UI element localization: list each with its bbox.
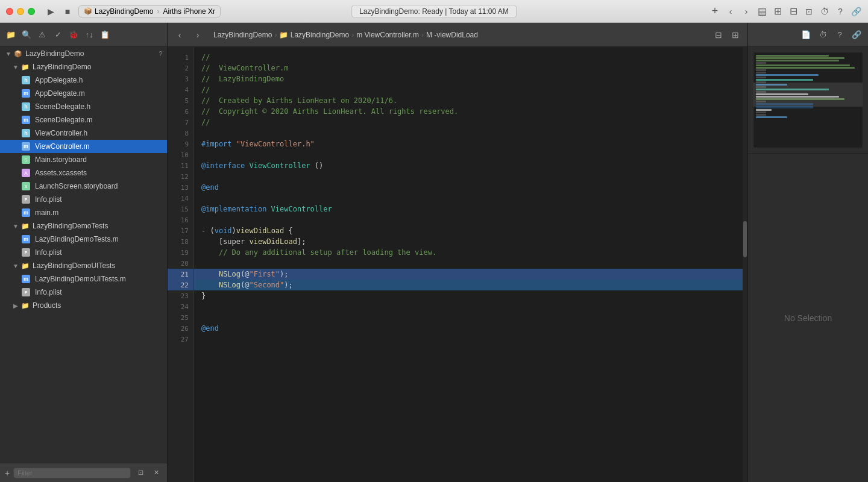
code-line-11: @interface ViewController () xyxy=(194,160,743,171)
code-line-6: // Copyright © 2020 Airths LionHeart. Al… xyxy=(194,106,743,117)
sidebar-test-btn[interactable]: ✓ xyxy=(52,29,64,41)
minimap xyxy=(748,47,868,154)
m-file-icon: m xyxy=(22,142,30,151)
filter-options-btn[interactable]: ⊡ xyxy=(134,467,146,479)
sidebar-folder-btn[interactable]: 📁 xyxy=(5,29,17,41)
sidebar-search-btn[interactable]: 🔍 xyxy=(20,29,33,41)
sidebar-item-lazybindingdemotests[interactable]: ▼ 📁 LazyBindingDemoTests xyxy=(0,219,167,233)
add-file-icon[interactable]: + xyxy=(5,468,10,478)
filter-toggle-btn[interactable]: ✕ xyxy=(150,467,162,479)
chevron-icon: ▼ xyxy=(12,262,19,269)
line-num-20: 20 xyxy=(168,258,193,269)
sidebar-item-lazybindingdemouitests[interactable]: ▼ 📁 LazyBindingDemoUITests xyxy=(0,259,167,272)
split-view-btn2[interactable]: ⊞ xyxy=(728,28,743,42)
plist-icon: P xyxy=(22,248,30,257)
sidebar-item-appdelegate-m[interactable]: m AppDelegate.m xyxy=(0,87,167,100)
bc-file[interactable]: m ViewController.m xyxy=(356,31,419,39)
editor-nav-back[interactable]: ‹ xyxy=(172,28,187,42)
sidebar-item-main-m[interactable]: m main.m xyxy=(0,206,167,219)
scheme-selector[interactable]: 📦 LazyBindingDemo › Airths iPhone Xr xyxy=(78,5,221,17)
sidebar-item-lazybindingdemo-group[interactable]: ▼ 📁 LazyBindingDemo xyxy=(0,60,167,74)
inspector-2-button[interactable]: ⏱ xyxy=(819,5,831,17)
layout-3-button[interactable]: ⊟ xyxy=(787,5,799,17)
editor-nav-fwd[interactable]: › xyxy=(190,28,205,42)
minimap-line xyxy=(756,55,829,57)
file-label: SceneDelegate.h xyxy=(35,102,90,111)
minimize-button[interactable] xyxy=(17,8,24,15)
sidebar-item-uitests-m[interactable]: m LazyBindingDemoUITests.m xyxy=(0,272,167,286)
sidebar-item-launch-storyboard[interactable]: S LaunchScreen.storyboard xyxy=(0,180,167,193)
inspector-3-button[interactable]: ? xyxy=(834,5,846,17)
right-panel: 📄 ⏱ ? 🔗 xyxy=(747,23,868,482)
layout-2-button[interactable]: ⊞ xyxy=(772,5,784,17)
sidebar-item-viewcontroller-m[interactable]: m ViewController.m xyxy=(0,140,167,153)
code-line-18: [super viewDidLoad]; xyxy=(194,236,743,247)
sidebar-item-appdelegate-h[interactable]: h AppDelegate.h xyxy=(0,74,167,87)
history-btn[interactable]: ⏱ xyxy=(816,28,829,42)
file-inspector-btn[interactable]: 📄 xyxy=(799,28,813,42)
main-layout: 📁 🔍 ⚠ ✓ 🐞 ↑↓ 📋 ▼ 📦 LazyBindingDemo ? ▼ 📁… xyxy=(0,23,868,482)
titlebar: ▶ ■ 📦 LazyBindingDemo › Airths iPhone Xr… xyxy=(0,0,868,23)
code-line-22: NSLog(@"Second"); xyxy=(194,280,743,290)
code-line-21: NSLog(@"First"); xyxy=(194,269,743,280)
minimap-line xyxy=(756,116,787,118)
sidebar-item-main-storyboard[interactable]: S Main.storyboard xyxy=(0,153,167,166)
sidebar-debug-btn[interactable]: 🐞 xyxy=(68,29,80,41)
sidebar-bottom: + ⊡ ✕ xyxy=(0,463,167,482)
code-line-15: @implementation ViewController xyxy=(194,204,743,214)
code-editor[interactable]: 1 2 3 4 5 6 7 8 9 10 11 12 13 14 15 16 1… xyxy=(168,47,747,482)
sidebar-item-scenedelegate-h[interactable]: h SceneDelegate.h xyxy=(0,100,167,113)
sidebar-item-project-root[interactable]: ▼ 📦 LazyBindingDemo ? xyxy=(0,47,167,60)
help-btn[interactable]: ? xyxy=(833,28,846,42)
sidebar-item-viewcontroller-h[interactable]: h ViewController.h xyxy=(0,127,167,140)
code-line-19: // Do any additional setup after loading… xyxy=(194,247,743,258)
scrollbar-thumb[interactable] xyxy=(743,221,747,257)
xcassets-icon: A xyxy=(22,169,30,177)
run-button[interactable]: ▶ xyxy=(45,5,57,17)
line-num-18: 18 xyxy=(168,236,193,247)
stop-button[interactable]: ■ xyxy=(61,5,74,17)
code-line-20 xyxy=(194,258,743,269)
storyboard-icon: S xyxy=(22,155,30,164)
layout-1-button[interactable]: ▤ xyxy=(756,5,768,17)
sidebar-item-assets[interactable]: A Assets.xcassets xyxy=(0,166,167,180)
inspector-4-button[interactable]: 🔗 xyxy=(850,5,862,17)
attributes-btn[interactable]: 🔗 xyxy=(850,28,863,42)
sidebar-item-info-plist-2[interactable]: P Info.plist xyxy=(0,246,167,259)
sidebar-item-tests-m[interactable]: m LazyBindingDemoTests.m xyxy=(0,233,167,246)
no-selection-panel: No Selection xyxy=(748,154,868,482)
line-num-4: 4 xyxy=(168,84,193,95)
sidebar-item-info-plist-3[interactable]: P Info.plist xyxy=(0,286,167,299)
sidebar-item-scenedelegate-m[interactable]: m SceneDelegate.m xyxy=(0,113,167,127)
add-button[interactable]: + xyxy=(709,5,721,17)
file-label: main.m xyxy=(35,208,58,217)
file-label: AppDelegate.m xyxy=(35,89,85,98)
minimap-line xyxy=(756,74,819,76)
inspector-1-button[interactable]: ⊡ xyxy=(803,5,815,17)
nav-fwd-button[interactable]: › xyxy=(740,5,752,17)
bc-group[interactable]: 📁 LazyBindingDemo xyxy=(279,31,349,39)
sidebar-item-products[interactable]: ▶ 📁 Products xyxy=(0,299,167,312)
group-label: LazyBindingDemoUITests xyxy=(33,261,115,270)
file-label: AppDelegate.h xyxy=(35,76,83,84)
line-num-11: 11 xyxy=(168,160,193,171)
code-content[interactable]: // // ViewController.m // LazyBindingDem… xyxy=(194,47,743,482)
sidebar-warning-btn[interactable]: ⚠ xyxy=(36,29,48,41)
group-label: LazyBindingDemoTests xyxy=(33,222,108,230)
bc-symbol[interactable]: M -viewDidLoad xyxy=(426,31,478,39)
maximize-button[interactable] xyxy=(28,8,35,15)
nav-back-button[interactable]: ‹ xyxy=(725,5,737,17)
line-num-7: 7 xyxy=(168,117,193,128)
sidebar-report-btn[interactable]: 📋 xyxy=(99,29,111,41)
sidebar-item-info-plist-1[interactable]: P Info.plist xyxy=(0,193,167,206)
h-file-icon: h xyxy=(22,129,30,137)
sidebar-source-btn[interactable]: ↑↓ xyxy=(83,29,95,41)
vertical-scrollbar[interactable] xyxy=(743,47,747,482)
bc-project[interactable]: LazyBindingDemo xyxy=(213,31,272,39)
close-button[interactable] xyxy=(6,8,13,15)
m-file-icon: m xyxy=(22,89,30,98)
code-line-8 xyxy=(194,128,743,139)
minimap-viewport xyxy=(753,83,863,107)
filter-input[interactable] xyxy=(13,468,131,478)
split-view-btn1[interactable]: ⊟ xyxy=(711,28,726,42)
